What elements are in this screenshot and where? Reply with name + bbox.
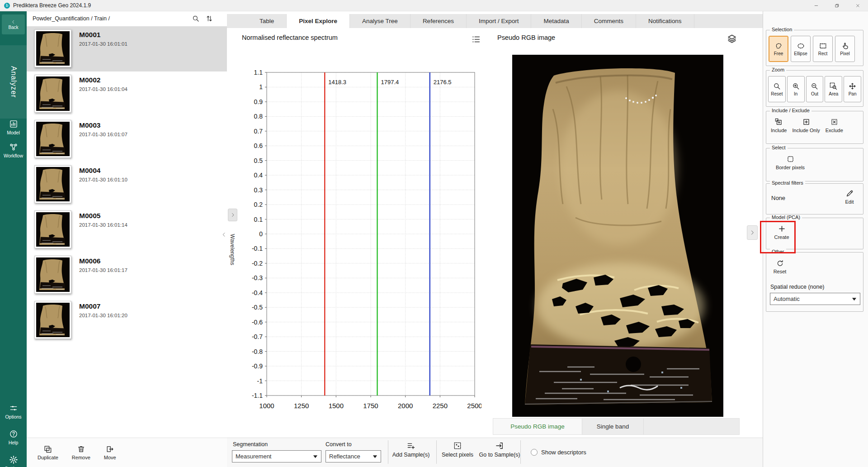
tab-bar: TablePixel ExploreAnalyse TreeReferences… [227,14,763,28]
plus-icon [778,224,786,233]
exclude-icon [830,118,839,126]
include-only-button[interactable]: Include Only [792,118,820,133]
minimize-button[interactable] [806,0,826,11]
svg-text:-0.1: -0.1 [252,245,263,252]
pan-icon [848,82,857,91]
back-button[interactable]: Back [2,14,25,34]
tab-comments[interactable]: Comments [582,14,636,28]
svg-text:-0.3: -0.3 [252,274,263,281]
collapse-tools-panel-button[interactable] [747,225,758,240]
sample-m0006[interactable]: M0006 2017-01-30 16:01:17 [27,253,227,298]
svg-text:1: 1 [259,83,263,91]
tab-metadata[interactable]: Metadata [531,14,581,28]
tab-import-export[interactable]: Import / Export [467,14,532,28]
sample-m0001[interactable]: M0001 2017-01-30 16:01:01 [27,26,227,71]
layers-icon[interactable] [726,33,737,44]
sample-m0003[interactable]: M0003 2017-01-30 16:01:07 [27,117,227,162]
border-pixels-button[interactable]: Border pixels [770,155,811,170]
rail-item-analyzer[interactable]: Analyzer [0,45,27,119]
convert-to-dropdown[interactable]: Reflectance [326,450,381,462]
duplicate-button[interactable]: Duplicate [38,445,58,460]
rail-item-settings[interactable]: Settings [0,455,27,467]
maximize-button[interactable] [826,0,847,11]
window-title: Prediktera Breeze Geo 2024.1.9 [13,2,91,9]
out-button[interactable]: Out [806,76,824,102]
close-button[interactable] [847,0,868,11]
rail-item-workflow[interactable]: Workflow [0,143,27,158]
sample-m0007[interactable]: M0007 2017-01-30 16:01:20 [27,298,227,343]
settings-icon [9,455,18,464]
separator [388,440,388,464]
pseudo-rgb-image[interactable] [512,55,723,417]
move-button[interactable]: Move [104,445,116,460]
reset-button[interactable]: Reset [769,259,791,274]
list-icon[interactable] [471,34,481,44]
tab-notifications[interactable]: Notifications [636,14,694,28]
ellipse-select-icon [797,42,805,50]
search-icon[interactable] [192,14,200,23]
free-button[interactable]: Free [769,36,788,62]
tab-pixel-explore[interactable]: Pixel Explore [287,14,350,28]
svg-text:-1: -1 [257,377,263,385]
sample-m0005[interactable]: M0005 2017-01-30 16:01:14 [27,207,227,253]
chevron-right-icon [230,212,236,218]
edit-spectral-filters-button[interactable]: Edit [840,189,859,205]
app-logo: b [4,3,10,9]
add-samples-button[interactable]: Add Sample(s) [390,441,432,458]
zoom-in-icon [792,82,800,91]
goto-samples-button[interactable]: Go to Sample(s) [478,441,521,458]
sample-thumbnail [34,29,71,67]
remove-button[interactable]: Remove [72,445,90,460]
rail-item-model[interactable]: Model [0,119,27,135]
tab-references[interactable]: References [410,14,467,28]
wavelengths-tab[interactable]: Wavelengths [227,224,237,276]
sample-thumbnail [34,75,71,113]
wavelengths-expand-button[interactable] [228,209,237,221]
move-icon [106,445,114,453]
tab-pseudo-rgb-image[interactable]: Pseudo RGB image [493,419,582,434]
exclude-button[interactable]: Exclude [826,118,843,133]
reset-button[interactable]: Reset [768,76,786,102]
pan-button[interactable]: Pan [844,76,861,102]
sort-icon[interactable] [205,14,213,23]
tab-analyse-tree[interactable]: Analyse Tree [350,14,410,28]
tab-table[interactable]: Table [247,14,287,28]
spectrum-chart[interactable]: 1.110.90.80.70.60.50.40.30.20.10-0.1-0.2… [228,68,481,421]
segmentation-value: Measurement [236,453,271,460]
pixel-button[interactable]: Pixel [835,36,855,62]
show-descriptors-toggle[interactable]: Show descriptors [531,449,586,456]
spatial-reduce-dropdown[interactable]: Automatic [770,293,860,305]
sample-name: M0006 [79,257,100,265]
show-descriptors-radio[interactable] [531,449,538,456]
tab-single-band[interactable]: Single band [582,419,644,434]
sample-timestamp: 2017-01-30 16:01:20 [79,313,127,318]
rail-item-help[interactable]: Help [0,429,27,445]
sample-timestamp: 2017-01-30 16:01:04 [79,86,127,92]
rect-button[interactable]: Rect [813,36,833,62]
back-label: Back [8,25,18,30]
include-icon [774,118,783,126]
select-group: Select Border pixels [766,148,863,181]
rail-item-options[interactable]: Options [0,404,27,419]
spatial-reduce-value: Automatic [774,295,800,302]
image-view-tabs: Pseudo RGB image Single band [493,418,740,435]
breadcrumb[interactable]: Powder_Quantification / Train / [33,15,110,22]
include-only-icon [802,118,811,126]
svg-text:1750: 1750 [363,402,378,410]
main-area: TablePixel ExploreAnalyse TreeReferences… [227,11,763,467]
caret-down-icon [370,455,377,458]
svg-text:1.1: 1.1 [254,69,263,76]
help-icon [9,429,18,438]
sample-m0004[interactable]: M0004 2017-01-30 16:01:10 [27,162,227,207]
collapse-panel-button[interactable] [220,228,227,241]
ellipse-button[interactable]: Ellipse [791,36,811,62]
include-button[interactable]: Include [771,118,787,133]
select-pixels-button[interactable]: Select pixels [439,441,476,458]
create-model-button[interactable]: Create [770,224,793,240]
sample-m0002[interactable]: M0002 2017-01-30 16:01:04 [27,71,227,117]
segmentation-dropdown[interactable]: Measurement [232,450,321,462]
model-icon [9,119,18,129]
area-button[interactable]: Area [825,76,842,102]
in-button[interactable]: In [787,76,805,102]
select-pixels-icon [453,441,462,450]
